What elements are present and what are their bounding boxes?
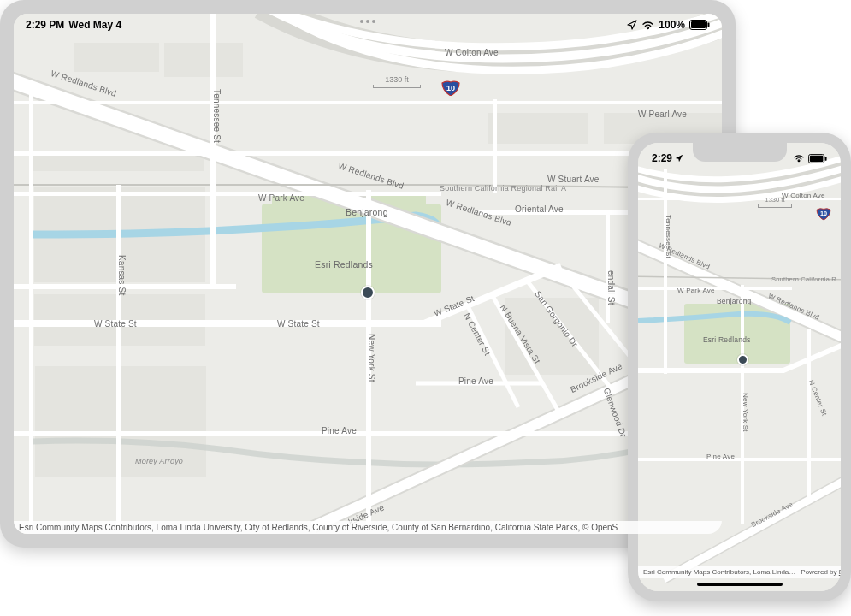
street-label: W Pearl Ave xyxy=(638,110,687,119)
poi-label: Benjarong xyxy=(346,207,388,217)
ipad-device-frame: 2:29 PM Wed May 4 100% xyxy=(0,0,736,548)
street-label: W State St xyxy=(94,319,137,329)
street-label: W Park Ave xyxy=(258,193,304,203)
map-scale: 1330 ft xyxy=(758,196,792,208)
wifi-icon xyxy=(641,21,654,30)
street-label: Kansas St xyxy=(117,255,127,295)
creek-label: Morey Arroyo xyxy=(135,457,183,465)
map-attribution: Esri Community Maps Contributors, Loma L… xyxy=(14,521,722,534)
iphone-notch xyxy=(693,143,787,162)
map-scale: 1330 ft xyxy=(373,75,421,88)
street-label: N Center St xyxy=(462,311,492,357)
poi-label: Esri Redlands xyxy=(703,335,751,344)
status-time: 2:29 xyxy=(652,152,672,164)
powered-by: Powered by Esri xyxy=(801,568,841,576)
street-label: W Redlands Blvd xyxy=(50,68,117,98)
ipad-screen: 2:29 PM Wed May 4 100% xyxy=(14,14,722,534)
attribution-text: Esri Community Maps Contributors, Loma L… xyxy=(643,568,795,576)
attribution-text: Esri Community Maps Contributors, Loma L… xyxy=(19,523,618,532)
street-label: W Stuart Ave xyxy=(547,175,600,184)
poi-label: Esri Redlands xyxy=(315,259,373,270)
location-arrow-icon xyxy=(627,20,637,30)
street-label: Pine Ave xyxy=(706,453,735,460)
home-indicator[interactable] xyxy=(697,583,783,586)
interstate-shield-icon: 10 xyxy=(441,80,460,96)
street-label: New York St xyxy=(367,334,376,382)
street-label: New York St xyxy=(742,393,749,432)
svg-rect-5 xyxy=(825,157,827,161)
rail-label: Southern California Regional Rail A xyxy=(440,184,566,192)
map-attribution: Esri Community Maps Contributors, Loma L… xyxy=(638,566,841,578)
svg-rect-1 xyxy=(691,21,706,28)
street-label: Pine Ave xyxy=(322,426,357,435)
interstate-shield-icon: 10 xyxy=(816,208,831,220)
street-label: Tennessee St xyxy=(212,89,222,143)
current-location-icon xyxy=(737,354,748,365)
rail-label: Southern California R xyxy=(771,275,836,283)
street-label: W State St xyxy=(277,319,320,329)
poi-label: Benjarong xyxy=(717,297,752,305)
street-label: Brookside Ave xyxy=(750,500,795,529)
battery-icon xyxy=(808,154,827,163)
street-label: Oriental Ave xyxy=(515,204,564,214)
street-label: endall St xyxy=(606,270,616,305)
wifi-icon xyxy=(793,154,805,163)
svg-rect-2 xyxy=(708,23,710,27)
battery-percent: 100% xyxy=(659,19,685,31)
street-label: W Park Ave xyxy=(677,287,715,294)
svg-rect-4 xyxy=(810,155,824,161)
esri-link[interactable]: Esri xyxy=(839,568,841,576)
status-date: Wed May 4 xyxy=(68,19,121,31)
street-label: W Redlands Blvd xyxy=(337,161,405,191)
street-label: Pine Ave xyxy=(458,376,493,386)
battery-icon xyxy=(689,20,710,30)
map-view[interactable]: W Redlands Blvd W Redlands Blvd W Redlan… xyxy=(14,14,722,534)
status-time: 2:29 PM xyxy=(26,19,64,31)
street-label: W Colton Ave xyxy=(445,48,499,57)
ipad-status-bar: 2:29 PM Wed May 4 100% xyxy=(14,14,722,36)
location-arrow-icon xyxy=(675,154,683,163)
current-location-icon xyxy=(361,286,375,299)
